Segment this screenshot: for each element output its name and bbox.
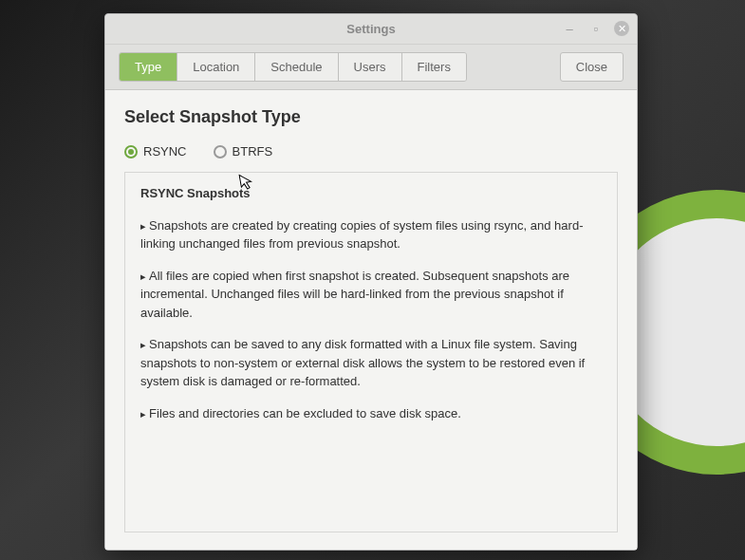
tab-label: Filters — [418, 60, 451, 74]
minimize-button[interactable]: – — [561, 20, 578, 37]
close-label: Close — [576, 60, 607, 74]
tab-location[interactable]: Location — [177, 53, 255, 81]
settings-window: Settings – ▫ ✕ Type Location Schedule Us… — [104, 13, 638, 551]
tab-schedule[interactable]: Schedule — [255, 53, 338, 81]
radio-btrfs[interactable]: BTRFS — [214, 144, 273, 159]
radio-rsync[interactable]: RSYNC — [124, 144, 187, 159]
content-area: Select Snapshot Type RSYNC BTRFS RSYNC S… — [105, 90, 637, 550]
maximize-button[interactable]: ▫ — [587, 20, 605, 37]
tab-label: Users — [354, 60, 386, 74]
close-button[interactable]: Close — [560, 52, 624, 82]
radio-label: BTRFS — [233, 144, 273, 159]
info-bullet: Files and directories can be excluded to… — [140, 404, 602, 423]
toolbar: Type Location Schedule Users Filters Clo… — [105, 45, 637, 90]
close-window-button[interactable]: ✕ — [614, 21, 629, 36]
tab-label: Type — [135, 60, 161, 74]
info-title: RSYNC Snapshots — [140, 184, 602, 203]
tab-label: Location — [193, 60, 239, 74]
tab-filters[interactable]: Filters — [402, 53, 466, 81]
tab-users[interactable]: Users — [339, 53, 402, 81]
tab-label: Schedule — [270, 60, 322, 74]
window-title: Settings — [105, 22, 637, 36]
tab-group: Type Location Schedule Users Filters — [119, 52, 467, 82]
info-bullet: Snapshots are created by creating copies… — [140, 216, 602, 253]
radio-label: RSYNC — [143, 144, 187, 159]
window-controls: – ▫ ✕ — [561, 20, 629, 37]
titlebar[interactable]: Settings – ▫ ✕ — [105, 14, 637, 45]
info-bullet: All files are copied when first snapshot… — [140, 267, 602, 323]
info-panel: RSYNC Snapshots Snapshots are created by… — [124, 172, 618, 532]
tab-type[interactable]: Type — [120, 53, 177, 81]
page-heading: Select Snapshot Type — [124, 107, 618, 127]
radio-icon — [124, 145, 138, 159]
radio-icon — [214, 145, 227, 159]
snapshot-type-radios: RSYNC BTRFS — [124, 144, 618, 159]
info-bullet: Snapshots can be saved to any disk forma… — [140, 335, 602, 391]
